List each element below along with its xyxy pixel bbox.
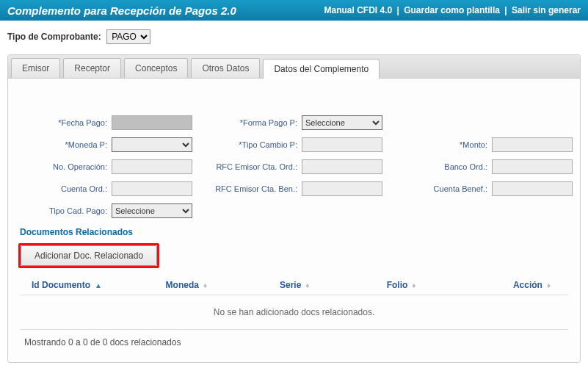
link-exit[interactable]: Salir sin generar xyxy=(512,5,581,15)
input-monto[interactable] xyxy=(492,137,573,152)
sort-asc-icon: ▲ xyxy=(95,281,102,289)
col-id-documento[interactable]: Id Documento ▲ xyxy=(23,280,166,290)
select-moneda[interactable] xyxy=(112,137,192,152)
tipo-label: Tipo de Comprobante: xyxy=(7,32,101,42)
form-area: *Fecha Pago: *Forma Pago P: Seleccione .… xyxy=(8,79,580,358)
field-banco-ord: Banco Ord.: xyxy=(396,159,573,174)
header-links: Manual CFDI 4.0 | Guardar como plantilla… xyxy=(324,5,581,15)
label-monto: *Monto: xyxy=(421,140,487,149)
tipo-select[interactable]: PAGO xyxy=(106,29,150,44)
tab-datos-complemento[interactable]: Datos del Complemento xyxy=(263,59,380,79)
tab-bar: Emisor Receptor Conceptos Otros Datos Da… xyxy=(8,55,580,79)
input-fecha-pago[interactable] xyxy=(112,115,192,130)
add-doc-button[interactable]: Adicionar Doc. Relacionado xyxy=(21,245,157,266)
separator: | xyxy=(397,5,399,15)
input-rfc-emisor-ord[interactable] xyxy=(302,159,382,174)
form-grid: *Fecha Pago: *Forma Pago P: Seleccione .… xyxy=(15,115,573,218)
label-rfc-emisor-ben: RFC Emisor Cta. Ben.: xyxy=(215,184,297,193)
link-save-template[interactable]: Guardar como plantilla xyxy=(404,5,500,15)
sort-icon: ♦ xyxy=(305,281,309,289)
input-banco-ord[interactable] xyxy=(492,159,573,174)
field-no-operacion: No. Operación: xyxy=(15,159,192,174)
input-cuenta-ord[interactable] xyxy=(112,181,192,196)
tab-receptor[interactable]: Receptor xyxy=(63,58,121,78)
label-fecha-pago: *Fecha Pago: xyxy=(41,118,107,127)
docs-table: Id Documento ▲ Moneda ♦ Serie ♦ Folio ♦ … xyxy=(20,275,568,350)
col-folio-label: Folio xyxy=(387,280,408,290)
col-accion[interactable]: Acción ♦ xyxy=(493,280,565,290)
select-forma-pago[interactable]: Seleccione xyxy=(302,115,382,130)
tipo-comprobante-row: Tipo de Comprobante: PAGO xyxy=(0,21,588,50)
field-fecha-pago: *Fecha Pago: xyxy=(15,115,192,130)
label-no-operacion: No. Operación: xyxy=(41,162,107,171)
table-footer: Mostrando 0 a 0 de 0 docs relacionados xyxy=(20,330,568,350)
input-tipo-cambio[interactable] xyxy=(302,137,382,152)
field-cuenta-benef: Cuenta Benef.: xyxy=(396,181,573,196)
col-moneda-label: Moneda xyxy=(166,280,199,290)
table-empty-msg: No se han adicionado docs relacionados. xyxy=(20,295,568,330)
table-header: Id Documento ▲ Moneda ♦ Serie ♦ Folio ♦ … xyxy=(20,275,568,295)
field-tipo-cambio: *Tipo Cambio P: xyxy=(206,137,382,152)
header-bar: Complemento para Recepción de Pagos 2.0 … xyxy=(0,0,588,21)
input-no-operacion[interactable] xyxy=(112,159,192,174)
label-cuenta-benef: Cuenta Benef.: xyxy=(421,184,487,193)
col-serie-label: Serie xyxy=(280,280,301,290)
input-rfc-emisor-ben[interactable] xyxy=(302,181,382,196)
col-folio[interactable]: Folio ♦ xyxy=(387,280,494,290)
main-panel: Emisor Receptor Conceptos Otros Datos Da… xyxy=(7,54,581,363)
label-cuenta-ord: Cuenta Ord.: xyxy=(41,184,107,193)
label-tipo-cambio: *Tipo Cambio P: xyxy=(231,140,297,149)
col-id-label: Id Documento xyxy=(32,280,90,290)
section-docs-title: Documentos Relacionados xyxy=(20,227,573,237)
field-cuenta-ord: Cuenta Ord.: xyxy=(15,181,192,196)
sort-icon: ♦ xyxy=(412,281,415,289)
input-cuenta-benef[interactable] xyxy=(492,181,573,196)
label-forma-pago: *Forma Pago P: xyxy=(231,118,297,127)
label-tipo-cad-pago: Tipo Cad. Pago: xyxy=(41,206,107,215)
label-moneda: *Moneda P: xyxy=(41,140,107,149)
sort-icon: ♦ xyxy=(203,281,207,289)
field-tipo-cad-pago: Tipo Cad. Pago: Seleccione xyxy=(15,203,192,218)
link-manual[interactable]: Manual CFDI 4.0 xyxy=(324,5,392,15)
add-doc-highlight: Adicionar Doc. Relacionado xyxy=(18,243,159,268)
tab-otros-datos[interactable]: Otros Datos xyxy=(191,58,260,78)
label-rfc-emisor-ord: RFC Emisor Cta. Ord.: xyxy=(216,162,297,171)
field-rfc-emisor-ord: RFC Emisor Cta. Ord.: xyxy=(206,159,382,174)
label-banco-ord: Banco Ord.: xyxy=(421,162,487,171)
select-tipo-cad-pago[interactable]: Seleccione xyxy=(112,203,192,218)
page-title: Complemento para Recepción de Pagos 2.0 xyxy=(7,4,236,17)
col-moneda[interactable]: Moneda ♦ xyxy=(166,280,280,290)
tab-conceptos[interactable]: Conceptos xyxy=(124,58,188,78)
field-monto: *Monto: xyxy=(396,137,573,152)
sort-icon: ♦ xyxy=(547,281,551,289)
tab-emisor[interactable]: Emisor xyxy=(11,58,60,78)
field-rfc-emisor-ben: RFC Emisor Cta. Ben.: xyxy=(206,181,382,196)
col-serie[interactable]: Serie ♦ xyxy=(280,280,387,290)
field-forma-pago: *Forma Pago P: Seleccione xyxy=(206,115,382,130)
col-accion-label: Acción xyxy=(513,280,542,290)
separator: | xyxy=(504,5,507,15)
field-moneda: *Moneda P: xyxy=(15,137,192,152)
